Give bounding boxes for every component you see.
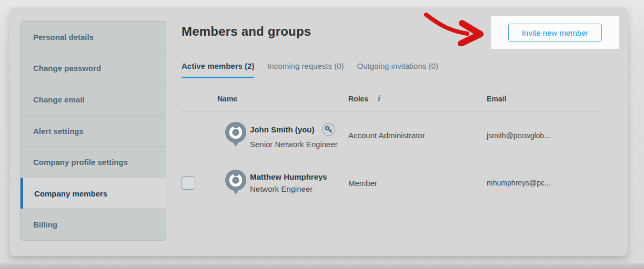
sidebar-item-personal-details[interactable]: Personal details <box>21 22 166 53</box>
screen-bottom-edge <box>0 263 644 269</box>
page-title: Members and groups <box>182 24 311 39</box>
invite-new-member-button[interactable]: Invite new member <box>508 24 602 42</box>
column-header-name: Name <box>217 95 348 103</box>
members-table-header: Name Roles i Email <box>182 86 602 112</box>
member-role: Account Administrator <box>348 131 487 140</box>
sidebar-item-change-password[interactable]: Change password <box>21 53 166 85</box>
member-name: John Smith (you) <box>250 126 315 133</box>
member-row-checkbox[interactable] <box>182 176 195 190</box>
table-row-matthew-humphreys: Matthew Humphreys Network Engineer Membe… <box>182 159 602 206</box>
tutorial-spotlight: Invite new member <box>491 16 619 49</box>
admin-key-icon[interactable] <box>322 123 335 136</box>
sidebar-item-alert-settings[interactable]: Alert settings <box>21 116 166 147</box>
avatar <box>225 122 246 147</box>
members-tabs: Active members (2) Incoming requests (0)… <box>182 61 602 79</box>
tab-outgoing-invitations[interactable]: Outgoing invitations (0) <box>357 61 438 77</box>
red-annotation-arrow-icon <box>417 9 490 46</box>
table-row-john-smith: John Smith (you) Senior Network Engineer… <box>182 112 602 159</box>
sidebar-item-billing[interactable]: Billing <box>21 209 166 240</box>
sidebar-item-change-email[interactable]: Change email <box>21 84 166 116</box>
member-name: Matthew Humphreys <box>250 173 327 181</box>
member-email: jsmith@pccwglob... <box>487 131 602 140</box>
member-email: mhumphreys@pc... <box>487 179 602 187</box>
settings-sidebar: Personal details Change password Change … <box>20 21 166 241</box>
tab-incoming-requests[interactable]: Incoming requests (0) <box>267 61 344 77</box>
tab-active-members[interactable]: Active members (2) <box>182 61 254 77</box>
member-job-title: Senior Network Engineer <box>250 140 348 148</box>
column-header-roles: Roles <box>348 95 368 103</box>
column-header-email: Email <box>487 95 602 103</box>
roles-info-icon[interactable]: i <box>378 94 380 104</box>
sidebar-item-company-members[interactable]: Company members <box>21 178 166 210</box>
avatar <box>225 170 246 194</box>
sidebar-item-company-profile-settings[interactable]: Company profile settings <box>21 147 166 178</box>
member-role: Member <box>348 179 487 188</box>
member-job-title: Network Engineer <box>250 185 348 193</box>
settings-card: Personal details Change password Change … <box>9 7 628 256</box>
